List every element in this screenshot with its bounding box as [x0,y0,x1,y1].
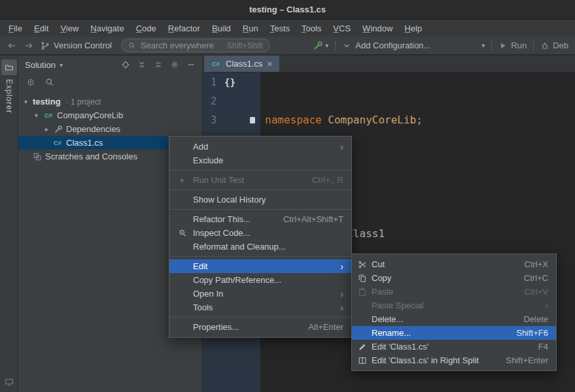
chevron-right-icon[interactable]: ▸ [43,125,50,133]
menu-refactor[interactable]: Refactor [162,21,206,36]
class-name-token: Class1 [347,227,385,240]
menu-item-exclude[interactable]: Exclude [169,154,351,167]
menu-vcs[interactable]: VCS [327,21,357,36]
gutter-line-3: 3 [203,110,260,129]
version-control-widget[interactable]: Version Control [41,41,112,50]
menu-item-edit-class1[interactable]: Edit 'Class1.cs' F4 [352,340,556,353]
run-label: Run [511,41,527,50]
menu-run[interactable]: Run [237,21,264,36]
menu-item-cut[interactable]: Cut Ctrl+X [352,257,556,271]
scroll-to-source-icon[interactable] [26,78,35,87]
dropdown-arrow-icon[interactable]: ▾ [60,61,63,69]
monitor-icon [5,378,14,387]
menu-item-open-in[interactable]: Open In › [169,287,351,301]
back-button[interactable] [7,41,17,51]
menu-item-tools[interactable]: Tools › [169,301,351,314]
menu-item-shortcut: Ctrl+V [513,287,548,297]
fold-marker-icon[interactable] [250,117,255,123]
run-button[interactable]: Run [498,41,527,50]
menu-item-copy[interactable]: Copy Ctrl+C [352,271,556,285]
line-number: 1 [211,76,217,88]
menu-build[interactable]: Build [206,21,237,36]
menu-item-add[interactable]: Add › [169,140,351,154]
title-bar: testing – Class1.cs [0,0,575,20]
solution-panel-header: Solution ▾ [18,56,202,74]
menu-item-label: Properties... [193,322,239,332]
menu-item-copy-path-reference[interactable]: Copy Path/Reference... [169,273,351,287]
debug-button[interactable]: Deb [540,41,568,50]
tree-row-dependencies[interactable]: ▸ Dependencies [18,122,202,136]
menu-item-properties[interactable]: Properties... Alt+Enter [169,320,351,334]
menu-separator [170,170,351,171]
menu-file[interactable]: File [3,21,28,36]
menu-item-label: Open In [193,289,223,299]
locate-target-icon[interactable] [121,60,130,69]
collapse-all-icon[interactable] [154,60,163,69]
menu-item-show-local-history[interactable]: Show Local History [169,193,351,206]
menu-item-label: Add [193,142,208,152]
scratches-icon [33,152,42,161]
menu-item-shortcut: F4 [527,342,548,351]
menu-help[interactable]: Help [398,21,428,36]
menu-item-label: Rename... [372,328,411,338]
menu-item-rename[interactable]: Rename... Shift+F6 [352,326,556,340]
tool-window-bar: Explorer [0,56,18,392]
explorer-tool-button[interactable] [1,59,17,75]
search-input[interactable] [141,41,222,50]
menu-item-reformat-and-cleanup[interactable]: Reformat and Cleanup... [169,240,351,253]
menu-tools[interactable]: Tools [296,21,327,36]
debug-label: Deb [553,41,568,50]
forward-button[interactable] [24,41,34,51]
menu-tests[interactable]: Tests [264,21,296,36]
git-branch-icon [41,41,50,50]
menu-item-label: Paste [372,287,393,297]
search-icon[interactable] [45,78,54,87]
menu-item-delete[interactable]: Delete... Delete [352,312,556,326]
menu-bar: File Edit View Navigate Code Refactor Bu… [0,20,575,37]
menu-view[interactable]: View [54,21,84,36]
toolbar-separator [533,41,534,51]
play-icon [498,41,508,50]
menu-item-label: Reformat and Cleanup... [193,242,286,252]
menu-code[interactable]: Code [130,21,162,36]
menu-window[interactable]: Window [357,21,398,36]
submenu-arrow-icon: › [340,289,343,299]
menu-item-label: Edit [193,261,207,271]
hide-panel-icon[interactable] [186,60,196,69]
menu-item-edit[interactable]: Edit › [169,259,351,273]
menu-item-shortcut: Shift+F6 [504,328,548,338]
run-configuration-select[interactable]: Add Configuration... ▾ [342,41,485,50]
menu-item-paste-special[interactable]: Paste Special › [352,299,556,312]
line-number: 3 [211,114,217,126]
close-tab-icon[interactable]: × [267,59,272,69]
expand-all-icon[interactable] [137,60,147,69]
gear-icon[interactable] [170,60,179,69]
chevron-down-icon[interactable]: ▾ [33,112,40,119]
bottom-tool-button[interactable] [5,378,14,387]
arrow-right-icon [24,41,34,51]
context-menu: Add › Exclude Run Unit Test Ctrl+;, R Sh… [169,136,352,338]
explorer-tool-label[interactable]: Explorer [5,79,14,114]
csharp-file-icon: C# [211,60,221,67]
tree-row-companycorelib[interactable]: ▾ C# CompanyCoreLib [18,108,202,122]
menu-item-label: Delete... [372,314,403,324]
menu-item-shortcut: Ctrl+Alt+Shift+T [271,214,343,224]
solution-view-selector[interactable]: Solution [25,60,56,70]
menu-navigate[interactable]: Navigate [84,21,130,36]
menu-item-label: Tools [193,302,213,312]
menu-item-edit-class1-right-split[interactable]: Edit 'Class1.cs' in Right Split Shift+En… [352,353,556,367]
menu-item-inspect-code[interactable]: Inspect Code... [169,226,351,240]
menu-item-run-unit-test[interactable]: Run Unit Test Ctrl+;, R [169,173,351,187]
chevron-down-icon[interactable]: ▾ [22,98,29,105]
search-everywhere-field[interactable]: Shift+Shift [121,39,270,52]
menu-edit[interactable]: Edit [28,21,54,36]
menu-item-refactor-this[interactable]: Refactor This... Ctrl+Alt+Shift+T [169,212,351,226]
menu-item-shortcut: Ctrl+X [513,259,548,269]
tab-class1[interactable]: C# Class1.cs × [204,56,279,72]
build-tool-button[interactable]: ▾ [313,41,328,51]
tree-item-label: Dependencies [66,124,120,134]
menu-item-label: Run Unit Test [193,175,244,185]
menu-item-paste[interactable]: Paste Ctrl+V [352,285,556,299]
tree-item-label: CompanyCoreLib [57,110,123,120]
tree-row-testing[interactable]: ▾ testing · 1 project [18,95,202,108]
